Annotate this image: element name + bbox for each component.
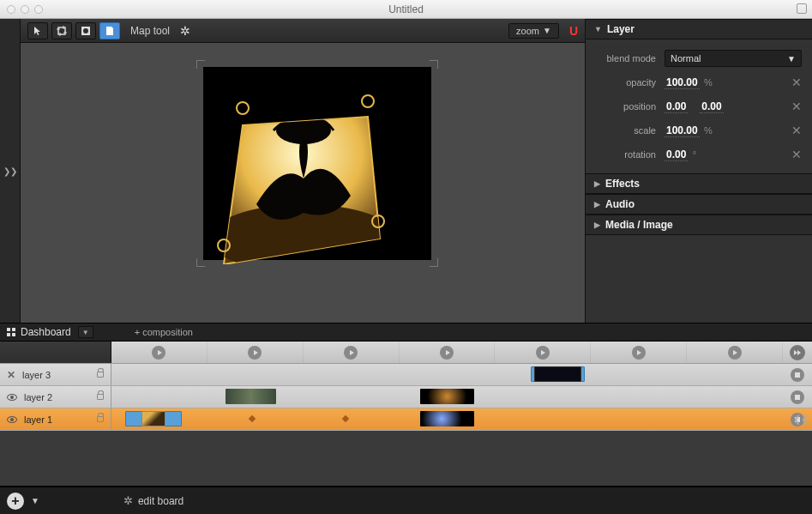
timeline-header-gutter [0, 342, 111, 363]
window-title: Untitled [388, 3, 424, 15]
grid-icon [7, 328, 15, 336]
keyframe[interactable] [248, 415, 255, 422]
crop-icon [57, 26, 67, 36]
dashboard-label: Dashboard [21, 326, 71, 338]
position-y-value[interactable]: 0.00 [700, 100, 723, 113]
rotation-label: rotation [596, 149, 656, 160]
column-play-button[interactable] [495, 342, 591, 363]
right-panel-toggle[interactable]: ❮❮ [793, 414, 809, 425]
map-handle-bottom-right[interactable] [371, 215, 385, 228]
column-play-button[interactable] [687, 342, 783, 363]
position-x-value[interactable]: 0.00 [665, 100, 688, 113]
panel-title: Layer [607, 23, 635, 35]
add-dropdown[interactable]: ▼ [31, 496, 39, 505]
dashboard-dropdown[interactable]: ▼ [78, 326, 93, 338]
timeline-header-row [0, 342, 812, 364]
zoom-window-button[interactable] [34, 5, 43, 14]
mask-tool-button[interactable] [75, 22, 96, 39]
track-header[interactable]: layer 1 [0, 408, 111, 430]
fast-forward-icon [790, 345, 805, 360]
audio-panel-header[interactable]: ▶ Audio [586, 194, 812, 215]
column-play-button[interactable] [400, 342, 496, 363]
lock-icon[interactable] [97, 416, 104, 422]
minimize-window-button[interactable] [21, 5, 29, 14]
map-handle-top-left[interactable] [236, 101, 250, 115]
traffic-lights [0, 5, 43, 14]
blend-mode-row: blend mode Normal ▼ [596, 46, 802, 70]
timeline-empty-area[interactable] [0, 431, 812, 486]
timeline-track-row: ✕ layer 3 [0, 364, 812, 386]
pointer-icon [33, 26, 42, 36]
dashboard-tab[interactable]: Dashboard [7, 326, 71, 338]
close-window-button[interactable] [7, 5, 15, 14]
visibility-on-icon[interactable] [7, 416, 17, 423]
scale-reset-button[interactable]: ✕ [791, 124, 802, 137]
visibility-off-icon[interactable]: ✕ [7, 369, 15, 381]
track-header[interactable]: ✕ layer 3 [0, 364, 111, 385]
track-name: layer 2 [24, 392, 52, 402]
column-play-button[interactable] [591, 342, 687, 363]
clip[interactable] [226, 389, 276, 404]
play-icon [632, 346, 646, 360]
rotation-value[interactable]: 0.00 [665, 148, 688, 161]
rotation-reset-button[interactable]: ✕ [791, 148, 802, 161]
crop-tool-button[interactable] [51, 22, 72, 39]
keyframe[interactable] [342, 415, 349, 422]
media-panel-header[interactable]: ▶ Media / Image [586, 215, 812, 235]
panel-title: Media / Image [605, 219, 673, 231]
chevron-down-icon: ▼ [543, 26, 551, 35]
dashboard-bar: Dashboard ▼ + composition [0, 323, 812, 342]
window-proxy-icon[interactable] [797, 3, 807, 14]
scale-value[interactable]: 100.00 [665, 124, 700, 137]
rotation-unit: ° [693, 149, 696, 160]
track-stop-button[interactable] [783, 364, 812, 385]
blend-mode-select[interactable]: Normal ▼ [665, 50, 802, 67]
column-play-button[interactable] [304, 342, 400, 363]
map-handle-top-right[interactable] [361, 94, 375, 108]
bbox-corner [430, 258, 438, 267]
tool-settings-button[interactable]: ✲ [180, 24, 190, 38]
track-stop-button[interactable] [783, 386, 812, 408]
map-handle-bottom-left[interactable] [217, 239, 231, 252]
track-name: layer 3 [22, 370, 51, 380]
column-play-button[interactable] [111, 342, 208, 363]
position-reset-button[interactable]: ✕ [791, 100, 802, 113]
zoom-dropdown[interactable]: zoom ▼ [508, 23, 559, 39]
track-lane[interactable] [111, 386, 783, 408]
opacity-reset-button[interactable]: ✕ [791, 76, 802, 89]
edit-board-button[interactable]: ✲ edit board [123, 494, 183, 507]
left-panel-toggle[interactable]: ❯❯ [0, 19, 21, 323]
add-button[interactable]: + [7, 493, 24, 510]
position-row: position 0.00 0.00 ✕ [596, 94, 802, 118]
track-lane[interactable] [111, 408, 783, 430]
gear-icon: ✲ [123, 494, 133, 507]
add-composition-button[interactable]: + composition [135, 327, 193, 337]
lock-icon[interactable] [97, 394, 104, 400]
main-area: ❯❯ Map tool ✲ zoom ▼ [0, 19, 812, 323]
column-play-button[interactable] [208, 342, 304, 363]
canvas-frame[interactable] [203, 67, 431, 260]
track-lane[interactable] [111, 364, 783, 385]
panel-title: Effects [605, 178, 640, 190]
clip[interactable] [420, 389, 474, 404]
panel-title: Audio [605, 198, 635, 210]
effects-panel-header[interactable]: ▶ Effects [586, 173, 812, 194]
canvas-viewport[interactable] [21, 43, 585, 323]
position-label: position [596, 101, 656, 112]
mapped-layer-image[interactable] [222, 101, 402, 264]
chevron-down-icon: ▼ [82, 329, 89, 336]
scale-row: scale 100.00 % ✕ [596, 118, 802, 142]
disclosure-down-icon: ▼ [594, 25, 602, 33]
visibility-on-icon[interactable] [7, 394, 17, 401]
clip[interactable] [420, 411, 474, 426]
lock-icon[interactable] [97, 372, 104, 378]
track-name: layer 1 [24, 414, 52, 425]
opacity-value[interactable]: 100.00 [665, 76, 700, 89]
skip-forward-button[interactable] [783, 342, 812, 363]
map-tool-button[interactable] [99, 22, 120, 39]
play-icon [440, 346, 454, 360]
track-header[interactable]: layer 2 [0, 386, 111, 408]
select-tool-button[interactable] [27, 22, 48, 39]
layer-panel-header[interactable]: ▼ Layer [586, 19, 812, 39]
snap-toggle[interactable]: U [569, 24, 578, 38]
